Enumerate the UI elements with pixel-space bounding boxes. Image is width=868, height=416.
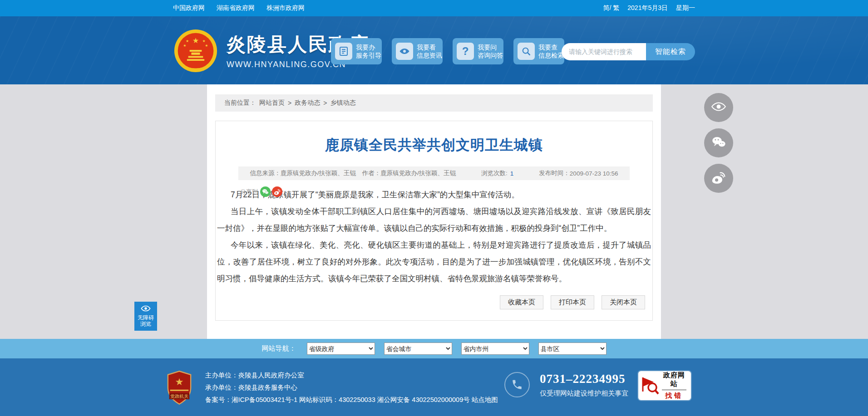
accessibility-browse-button[interactable]: 无障碍浏览 <box>134 302 157 331</box>
article-paragraph: 当日上午，该镇发动全体干部职工到镇区人口居住集中的河西墟场、塘田墟场以及迎宾路沿… <box>217 203 651 237</box>
footer-contact: 0731–22234995 仅受理网站建设维护相关事宜 <box>504 372 628 398</box>
article-body: 分享到 7月22日，鹿原镇开展了“美丽鹿原是我家，卫生保洁靠大家”的大型集中宣传… <box>217 186 651 287</box>
site-code: 网站标识码：4302250033 <box>299 396 375 403</box>
wechat-share-button[interactable] <box>704 128 733 157</box>
meta-source-label: 信息来源： <box>250 169 281 177</box>
icp-record: 备案号：湘ICP备05003421号-1 <box>205 396 297 403</box>
question-icon: ? <box>457 43 474 60</box>
share-weibo-icon[interactable] <box>272 186 282 197</box>
error-report-icon <box>641 376 659 395</box>
select-capital-cities[interactable]: 省会城市 <box>384 343 452 355</box>
share-widget: 分享到 <box>240 186 282 197</box>
breadcrumb-separator: > <box>288 99 291 107</box>
meta-author-label: 作者： <box>362 169 381 177</box>
search-icon <box>518 43 535 60</box>
site-footer: ★ 党政机关 主办单位：炎陵县人民政府办公室 承办单位：炎陵县政务服务中心 备案… <box>0 358 868 416</box>
link-china-gov[interactable]: 中国政府网 <box>173 4 205 12</box>
quick-button-line2: 服务引导 <box>356 52 381 59</box>
footer-site-navigation: 网站导航： 省级政府 省会城市 省内市州 县市区 <box>0 339 868 358</box>
side-float-toolbar <box>704 93 733 193</box>
search-input[interactable] <box>562 43 646 60</box>
site-header: ★ ★ ★ ★ ★ 炎陵县人民政府 WWW.HNYANLING.GOV.CN 我… <box>0 16 868 84</box>
eye-icon <box>396 43 413 60</box>
select-county-districts[interactable]: 县市区 <box>538 343 607 355</box>
breadcrumb-separator: > <box>323 99 327 107</box>
quick-button-line1: 我要办 <box>356 44 375 51</box>
link-hunan-gov[interactable]: 湖南省政府网 <box>217 4 255 12</box>
article-paragraph: 今年以来，该镇在绿化、美化、亮化、硬化镇区主要街道的基础上，特别是对迎宾路进行了… <box>217 237 651 287</box>
breadcrumb: 当前位置： 网站首页 > 政务动态 > 乡镇动态 <box>215 94 653 112</box>
footer-info: 主办单位：炎陵县人民政府办公室 承办单位：炎陵县政务服务中心 备案号：湘ICP备… <box>205 369 498 406</box>
weibo-share-button[interactable] <box>704 164 733 193</box>
document-icon <box>335 43 352 60</box>
breadcrumb-label: 当前位置： <box>224 99 256 107</box>
svg-text:★: ★ <box>175 377 183 387</box>
button-i-want-to-read[interactable]: 我要看信息资讯 <box>392 38 443 64</box>
content-column: 当前位置： 网站首页 > 政务动态 > 乡镇动态 鹿原镇全民共举共创文明卫生城镇… <box>207 84 661 339</box>
article-card: 鹿原镇全民共举共创文明卫生城镇 信息来源：鹿原镇党政办/扶张颖、王锟 作者：鹿原… <box>215 121 653 321</box>
bookmark-page-button[interactable]: 收藏本页 <box>500 295 543 309</box>
meta-views-label: 浏览次数: <box>481 169 508 177</box>
smart-search-button[interactable]: 智能检索 <box>646 43 695 60</box>
close-page-button[interactable]: 关闭本页 <box>602 295 645 309</box>
select-provincial-gov[interactable]: 省级政府 <box>307 343 375 355</box>
eye-icon <box>141 305 151 313</box>
svg-text:★: ★ <box>205 44 208 48</box>
top-utility-bar: 中国政府网 湖南省政府网 株洲市政府网 简/ 繁 2021年5月3日 星期一 <box>0 0 868 16</box>
security-record-link[interactable]: 湘公网安备 43022502000009号 <box>377 396 470 403</box>
lang-switch[interactable]: 简/ 繁 <box>603 4 620 12</box>
accessibility-label-line1: 无障碍 <box>138 314 154 321</box>
error-badge-line1: 政府网站 <box>661 371 687 388</box>
share-label: 分享到 <box>240 188 258 196</box>
view-mode-button[interactable] <box>704 93 733 122</box>
sitemap-link[interactable]: 站点地图 <box>472 396 498 403</box>
breadcrumb-town-news[interactable]: 乡镇动态 <box>330 99 355 107</box>
svg-text:★: ★ <box>186 39 189 43</box>
footer-nav-label: 网站导航： <box>262 344 296 353</box>
gov-site-error-report-badge[interactable]: 政府网站 找错 <box>638 371 691 400</box>
party-gov-badge-icon: ★ 党政机关 <box>166 370 192 406</box>
article-title: 鹿原镇全民共举共创文明卫生城镇 <box>216 136 652 155</box>
article-actions: 收藏本页 打印本页 关闭本页 <box>216 295 645 309</box>
host-value: 炎陵县人民政府办公室 <box>238 372 304 379</box>
quick-button-line2: 信息资讯 <box>417 52 442 59</box>
current-weekday: 星期一 <box>676 4 695 12</box>
organizer-value: 炎陵县政务服务中心 <box>238 384 298 391</box>
accessibility-label-line2: 浏览 <box>140 321 151 327</box>
quick-button-line2: 咨询问答 <box>478 52 503 59</box>
weibo-icon <box>711 171 726 186</box>
divider <box>662 390 686 390</box>
breadcrumb-home[interactable]: 网站首页 <box>259 99 285 107</box>
host-label: 主办单位： <box>205 372 238 379</box>
article-meta-bar: 信息来源：鹿原镇党政办/扶张颖、王锟 作者：鹿原镇党政办/扶张颖、王锟 浏览次数… <box>238 166 630 180</box>
current-date: 2021年5月3日 <box>627 4 668 12</box>
eye-icon <box>711 102 726 113</box>
phone-icon <box>504 372 530 397</box>
party-gov-badge-text: 党政机关 <box>170 394 189 399</box>
svg-text:★: ★ <box>192 36 199 44</box>
organizer-label: 承办单位： <box>205 384 238 391</box>
breadcrumb-gov-news[interactable]: 政务动态 <box>295 99 320 107</box>
quick-button-line1: 我要查 <box>538 44 557 51</box>
meta-time-label: 发布时间： <box>539 169 570 177</box>
quick-button-line1: 我要看 <box>417 44 436 51</box>
quick-service-buttons: 我要办服务引导 我要看信息资讯 ? 我要问咨询问答 我要查信息检索 <box>331 38 564 64</box>
error-badge-line2: 找错 <box>661 392 687 400</box>
quick-button-line1: 我要问 <box>478 44 497 51</box>
button-i-want-to-apply[interactable]: 我要办服务引导 <box>331 38 382 64</box>
select-province-cities[interactable]: 省内市州 <box>461 343 529 355</box>
meta-source: 鹿原镇党政办/扶张颖、王锟 <box>281 169 356 177</box>
contact-phone-note: 仅受理网站建设维护相关事宜 <box>540 389 628 398</box>
svg-text:★: ★ <box>202 39 206 43</box>
national-emblem-logo: ★ ★ ★ ★ ★ <box>174 29 217 73</box>
meta-views-count: 1 <box>510 170 514 177</box>
button-i-want-to-ask[interactable]: ? 我要问咨询问答 <box>453 38 503 64</box>
gov-site-links: 中国政府网 湖南省政府网 株洲市政府网 <box>173 4 305 12</box>
share-wechat-icon[interactable] <box>260 186 271 197</box>
link-zhuzhou-gov[interactable]: 株洲市政府网 <box>266 4 305 12</box>
main-area: 当前位置： 网站首页 > 政务动态 > 乡镇动态 鹿原镇全民共举共创文明卫生城镇… <box>0 84 868 339</box>
button-i-want-to-search[interactable]: 我要查信息检索 <box>513 38 564 64</box>
svg-text:★: ★ <box>183 44 187 48</box>
print-page-button[interactable]: 打印本页 <box>551 295 594 309</box>
contact-phone-number: 0731–22234995 <box>540 372 628 386</box>
